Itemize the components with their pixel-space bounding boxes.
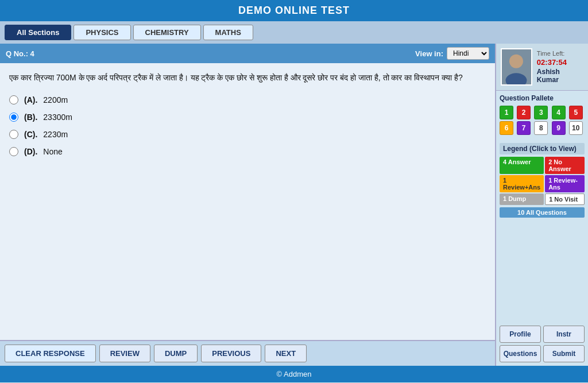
clear-response-button[interactable]: CLEAR RESPONSE [5, 345, 96, 362]
review-button[interactable]: REVIEW [99, 345, 150, 362]
palette-q-2[interactable]: 2 [517, 106, 531, 119]
option-c-value: 2230m [43, 130, 68, 139]
tab-chemistry[interactable]: CHEMISTRY [133, 25, 201, 40]
submit-button[interactable]: Submit [543, 345, 585, 362]
radio-c[interactable] [9, 130, 18, 139]
palette-q-10[interactable]: 10 [569, 121, 583, 135]
profile-section: Time Left: 02:37:54 Ashish Kumar [496, 44, 588, 91]
bottom-bar: CLEAR RESPONSE REVIEW DUMP PREVIOUS NEXT [0, 340, 495, 366]
legend-not-answered: 2 No Answer [545, 157, 585, 174]
option-d-value: None [43, 147, 62, 156]
tab-maths[interactable]: MATHS [203, 25, 253, 40]
question-text: एक कार त्रिज्या 700M के एक अर्द परिपत्र … [9, 71, 486, 85]
legend-no-visit: 1 No Visit [545, 194, 585, 205]
palette-q-4[interactable]: 4 [552, 106, 566, 119]
option-d-label: (D). [24, 147, 37, 156]
profile-info: Time Left: 02:37:54 Ashish Kumar [537, 50, 583, 84]
palette-q-3[interactable]: 3 [534, 106, 548, 119]
radio-b[interactable] [9, 113, 18, 122]
profile-button[interactable]: Profile [500, 326, 541, 343]
legend-section: Legend (Click to View) 4 Answer 2 No Ans… [496, 140, 588, 221]
questions-button[interactable]: Questions [500, 345, 541, 362]
right-panel: Time Left: 02:37:54 Ashish Kumar Questio… [496, 44, 588, 366]
main-layout: Q No.: 4 View in: Hindi English एक कार त… [0, 44, 588, 366]
palette-section: Question Pallete 1 2 3 4 5 6 7 8 9 10 [496, 91, 588, 137]
option-b-label: (B). [24, 113, 37, 122]
instr-button[interactable]: Instr [543, 326, 585, 343]
palette-q-6[interactable]: 6 [500, 121, 513, 135]
dump-button[interactable]: DUMP [154, 345, 198, 362]
legend-title[interactable]: Legend (Click to View) [500, 143, 585, 154]
time-value: 02:37:54 [537, 58, 583, 67]
palette-grid: 1 2 3 4 5 6 7 8 9 10 [500, 106, 585, 135]
option-b-value: 23300m [43, 113, 72, 122]
tab-all-sections[interactable]: All Sections [5, 25, 71, 40]
legend-grid: 4 Answer 2 No Answer 1 Review+Ans 1 Revi… [500, 157, 585, 205]
question-number: Q No.: 4 [6, 49, 34, 58]
legend-review: 1 Review-Ans [545, 175, 585, 192]
view-in-section: View in: Hindi English [415, 47, 489, 60]
palette-q-7[interactable]: 7 [517, 121, 531, 135]
tab-physics[interactable]: PHYSICS [74, 25, 130, 40]
footer: © Addmen [0, 366, 588, 382]
radio-d[interactable] [9, 147, 18, 156]
page-title: DEMO ONLINE TEST [0, 0, 588, 21]
palette-q-9[interactable]: 9 [552, 121, 566, 135]
legend-dump: 1 Dump [500, 194, 544, 205]
legend-review-ans: 1 Review+Ans [500, 175, 544, 192]
time-label: Time Left: [537, 50, 583, 57]
profile-name: Ashish Kumar [537, 68, 583, 84]
radio-a[interactable] [9, 95, 18, 105]
option-a-value: 2200m [43, 95, 68, 105]
tab-bar: All Sections PHYSICS CHEMISTRY MATHS [0, 21, 588, 44]
option-a[interactable]: (A). 2200m [9, 95, 486, 105]
palette-q-8[interactable]: 8 [534, 121, 548, 135]
palette-title: Question Pallete [500, 94, 585, 102]
avatar [501, 48, 532, 86]
view-in-label: View in: [415, 49, 443, 58]
question-header: Q No.: 4 View in: Hindi English [0, 44, 495, 63]
option-a-label: (A). [24, 95, 37, 105]
previous-button[interactable]: PREVIOUS [201, 345, 261, 362]
svg-point-1 [509, 55, 523, 68]
next-button[interactable]: NEXT [265, 345, 307, 362]
question-body: एक कार त्रिज्या 700M के एक अर्द परिपत्र … [0, 63, 495, 340]
option-d[interactable]: (D). None [9, 147, 486, 156]
legend-answered: 4 Answer [500, 157, 544, 174]
option-c-label: (C). [24, 130, 37, 139]
view-in-select[interactable]: Hindi English [447, 47, 489, 60]
option-b[interactable]: (B). 23300m [9, 113, 486, 122]
palette-q-5[interactable]: 5 [569, 106, 583, 119]
left-panel: Q No.: 4 View in: Hindi English एक कार त… [0, 44, 496, 366]
legend-total: 10 All Questions [500, 207, 585, 218]
right-buttons: Profile Instr Questions Submit [496, 322, 588, 366]
palette-q-1[interactable]: 1 [500, 106, 513, 119]
option-c[interactable]: (C). 2230m [9, 130, 486, 139]
